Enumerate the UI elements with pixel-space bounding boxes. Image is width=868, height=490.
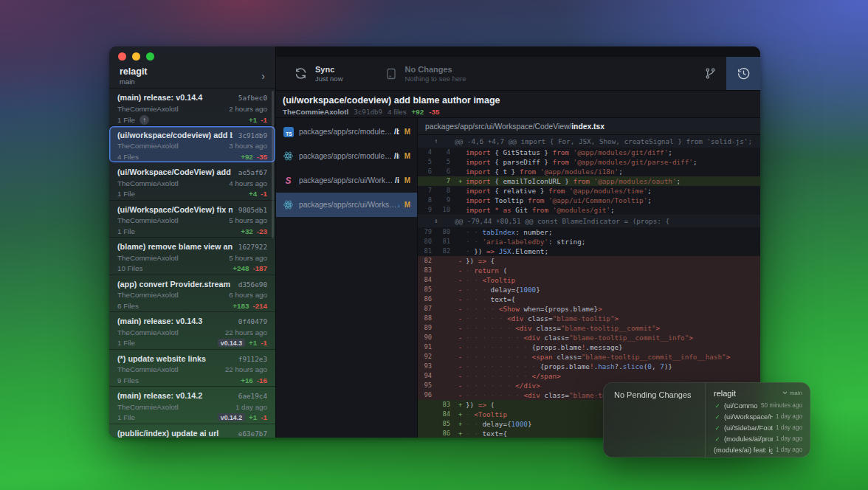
commit-author: TheCommieAxolotl: [117, 142, 179, 150]
repo-selector[interactable]: relagit main ›: [109, 60, 275, 88]
commit-row-line2: TheCommieAxolotl3 hours ago: [117, 142, 267, 150]
file-row[interactable]: TSpackages/app/src/module… /blame…M: [276, 120, 417, 144]
commit-author: TheCommieAxolotl: [117, 254, 179, 262]
commit-file-count: 1 File: [117, 190, 135, 198]
widget-commit-row[interactable]: ✓(ui/Workspace/Hea…1 day ago: [714, 411, 802, 422]
token: return: [474, 266, 499, 275]
commit-row[interactable]: (ui/Workspace/CodeView) fix not s…9805db…: [109, 201, 275, 238]
branch-button[interactable]: [694, 57, 726, 90]
diff-marker: -: [455, 362, 466, 371]
gutter-new-line-number: 80: [436, 227, 455, 237]
widget-commit-row[interactable]: ✓(ui/Sidebar/Footer) …1 day ago: [714, 422, 802, 433]
code-row: 66import { t } from '@app/modules/i18n';: [418, 167, 760, 176]
commit-row-line1: (ui/workspace/codeview) add blam…3c91db9: [117, 131, 267, 139]
commit-file-count: 9 Files: [117, 376, 139, 384]
changes-label: No Changes: [405, 65, 466, 74]
widget-branch-selector[interactable]: main: [782, 390, 802, 396]
indent-guides: · · · · · ·: [466, 324, 515, 332]
commit-time: 5 hours ago: [229, 216, 267, 224]
code-text: · · · · · · · <div class="blame-tooltip_…: [466, 333, 760, 342]
gutter-new-line-number: 8: [436, 186, 455, 196]
file-status-badge: M: [404, 152, 410, 160]
code-text: · · 'aria-labeledby': string;: [466, 237, 760, 246]
indent-guides: ·: [466, 247, 474, 255]
code-row: 86-· · · text={: [418, 294, 760, 304]
file-path: packages/app/src/ui/Works… /inde…: [299, 201, 399, 209]
code-text: · · · · · · · · {props.blame!.message}: [466, 342, 760, 352]
commit-file-count: 1 File: [117, 339, 135, 347]
token: )}: [664, 362, 672, 370]
gutter-new-line-number: 5: [436, 157, 455, 167]
commit-row-line3: 1 Filev0.14.3+1-1: [117, 339, 267, 347]
commit-additions: +1: [249, 413, 257, 421]
diff-marker: -: [455, 390, 466, 400]
check-icon: ✓: [714, 402, 721, 410]
gutter-old-line-number: 95: [418, 381, 436, 390]
token: Git: [512, 206, 532, 214]
token: .message}: [585, 343, 622, 351]
token: }: [536, 286, 540, 294]
history-clock-icon: [737, 66, 751, 80]
token: from: [528, 196, 544, 204]
commit-row[interactable]: (main) release: v0.14.26ae19c4TheCommieA…: [109, 387, 275, 424]
commit-row-line1: (*) update website linksf9112e3: [117, 354, 267, 363]
code-row: 910import * as Git from '@modules/git';: [418, 205, 760, 215]
repo-info: relagit main: [120, 66, 148, 86]
commit-meta: TheCommieAxolotl 3c91db9 4 files +92 -35: [283, 108, 760, 117]
commit-deletions: -35: [257, 153, 267, 161]
commit-files: 1 File↑: [117, 115, 149, 125]
gutter-old-line-number: 88: [418, 314, 436, 323]
commit-row[interactable]: (main) release: v0.14.45afbec0TheCommieA…: [109, 89, 275, 126]
diff-marker: -: [455, 371, 466, 381]
widget-commit-title: (ui/Workspace/Hea…: [724, 413, 773, 421]
commit-title: (app) convert Provider.stream to As…: [117, 280, 232, 289]
diff-marker: -: [455, 314, 466, 323]
sidebar-scrollbar[interactable]: [272, 91, 274, 238]
hunk-row: ↑@@ -4,6 +4,7 @@ import { For, JSX, Show…: [418, 135, 760, 148]
gutter-new-line-number: 10: [436, 205, 455, 215]
commit-files: 1 File: [117, 339, 135, 347]
commit-row[interactable]: (ui/Workspace/CodeView) add size …ae5af6…: [109, 163, 275, 201]
commit-button[interactable]: No Changes Nothing to see here: [385, 65, 466, 83]
diff-marker: +: [455, 400, 466, 410]
file-row[interactable]: Spackages/app/src/ui/Work… /inde…M: [276, 168, 417, 193]
commit-row[interactable]: (app) convert Provider.stream to As…d356…: [109, 275, 275, 313]
token: ;: [693, 158, 698, 166]
token: ;: [619, 168, 623, 176]
widget-commit-row[interactable]: ✓(modules/ai/prompt…1 day ago: [714, 433, 802, 444]
widget-commit-row[interactable]: (modules/ai) feat: ignor…1 day ago: [714, 444, 802, 455]
expand-hunk-icon[interactable]: ↑: [418, 135, 455, 148]
history-button[interactable]: [726, 57, 760, 90]
file-row[interactable]: packages/app/src/ui/Works… /inde…M: [276, 193, 417, 217]
gutter-old-line-number: 9: [418, 205, 436, 215]
diff-marker: +: [455, 419, 466, 429]
widget-commit-row[interactable]: ✓(README) …1 day ago: [714, 455, 802, 458]
commit-row-line2: TheCommieAxolotl2 hours ago: [117, 105, 267, 113]
code-text: · · · · · · · · <span class="blame-toolt…: [466, 352, 760, 362]
sync-label: Sync: [315, 65, 343, 74]
expand-hunk-icon[interactable]: ↕: [418, 215, 455, 227]
token: '@app/modules/git/parse-diff': [574, 158, 693, 166]
commit-badges: +92-35: [241, 153, 267, 161]
commit-deletions: -35: [429, 108, 439, 117]
token: .Element;: [512, 247, 548, 255]
commit-row[interactable]: (*) update website linksf9112e3TheCommie…: [109, 350, 275, 387]
sync-button[interactable]: Sync Just now: [294, 65, 343, 83]
file-row[interactable]: packages/app/src/module… /index.…M: [276, 144, 417, 168]
commit-row[interactable]: (blame) remove blame view and ad…1627922…: [109, 238, 275, 275]
commit-row[interactable]: (ui/workspace/codeview) add blam…3c91db9…: [109, 126, 275, 164]
widget-commit-row[interactable]: ✓(ui/Common/T…50 minutes ago: [714, 400, 802, 411]
commit-row-line2: TheCommieAxolotl5 hours ago: [117, 216, 267, 224]
commit-row[interactable]: (public/index) update ai urle63e7b7TheCo…: [109, 424, 275, 438]
token: >: [726, 353, 731, 361]
commit-row[interactable]: (main) release: v0.14.30f40479TheCommieA…: [109, 312, 275, 350]
widget-repo-name: relagit: [714, 389, 736, 398]
changes-subtitle: Nothing to see here: [405, 75, 466, 83]
commit-hash: e63e7b7: [238, 429, 267, 438]
code-text: import { GitStatus } from '@app/modules/…: [466, 148, 760, 157]
commit-title: (main) release: v0.14.4: [117, 93, 232, 102]
indent-guides: · · · · · · ·: [466, 334, 523, 342]
commit-title: (ui/Workspace/CodeView) fix not s…: [117, 205, 232, 214]
token: {: [486, 257, 495, 265]
file-path: packages/app/src/ui/Work… /inde…: [299, 176, 399, 184]
